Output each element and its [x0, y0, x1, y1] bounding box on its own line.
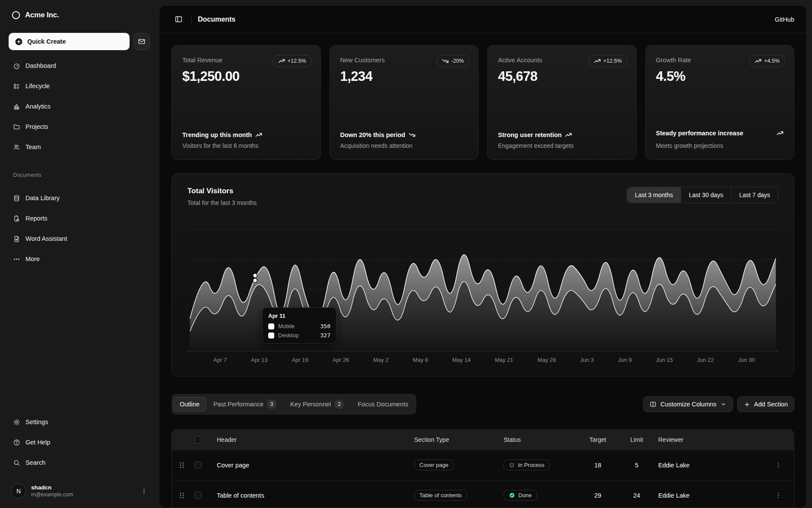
trending-up-icon: [278, 58, 285, 64]
divider: [191, 15, 192, 24]
section-type-badge: Table of contents: [414, 490, 467, 501]
x-tick: Jun 9: [618, 357, 632, 363]
tab-focus-documents[interactable]: Focus Documents: [351, 397, 415, 412]
search-icon: [13, 459, 20, 466]
tab-key-personnel[interactable]: Key Personnel2: [284, 396, 350, 413]
drag-handle-icon[interactable]: [179, 492, 185, 499]
x-tick: Apr 19: [292, 357, 308, 363]
hover-dot-desktop: [253, 278, 257, 283]
row-actions-button[interactable]: [775, 492, 782, 499]
x-tick: May 28: [537, 357, 556, 363]
stat-footer-subtitle: Meets growth projections: [656, 142, 784, 149]
sidebar-item-label: Reports: [25, 215, 48, 222]
user-menu-dots-button[interactable]: [140, 488, 148, 495]
sidebar-item-label: Word Assistant: [25, 235, 67, 242]
sidebar-item-analytics[interactable]: Analytics: [9, 98, 150, 115]
quick-create-button[interactable]: Quick Create: [9, 33, 130, 50]
sidebar-documents-nav: Data Library Reports Word Assistant More: [9, 189, 150, 271]
cell-reviewer[interactable]: Eddie Lake: [658, 492, 775, 499]
status-badge: Done: [504, 490, 537, 501]
stat-footer-subtitle: Engagement exceed targets: [498, 142, 626, 149]
series-value: 350: [320, 323, 330, 329]
cell-header[interactable]: Table of contents: [217, 492, 414, 499]
plus-circle-icon: [15, 38, 23, 46]
sidebar-item-label: Settings: [25, 419, 48, 425]
tabs: OutlinePast Performance3Key Personnel2Fo…: [171, 394, 416, 415]
org-switcher[interactable]: Acme Inc.: [9, 9, 150, 21]
cell-target[interactable]: 18: [580, 462, 615, 469]
main-panel: Documents GitHub Total Revenue +12.5% $1…: [159, 5, 807, 508]
sidebar-item-settings[interactable]: Settings: [9, 413, 150, 431]
github-link[interactable]: GitHub: [775, 16, 794, 23]
cell-header[interactable]: Cover page: [217, 462, 414, 469]
col-header: Header: [217, 436, 414, 443]
range-last-7-days[interactable]: Last 7 days: [731, 187, 778, 203]
cell-limit[interactable]: 24: [615, 492, 658, 499]
x-tick: Jun 30: [738, 357, 755, 363]
x-tick: Jun 22: [697, 357, 714, 363]
x-tick: May 8: [413, 357, 428, 363]
inbox-button[interactable]: [133, 33, 150, 50]
stat-card-total-revenue: Total Revenue +12.5% $1,250.00 Trending …: [171, 45, 321, 160]
series-swatch: [268, 323, 274, 329]
cell-target[interactable]: 29: [580, 492, 615, 499]
sidebar-item-dashboard[interactable]: Dashboard: [9, 57, 150, 74]
trend-badge: +4.5%: [749, 55, 785, 67]
columns-icon: [650, 401, 657, 408]
user-email: m@example.com: [31, 492, 135, 498]
customize-columns-button[interactable]: Customize Columns: [643, 396, 733, 412]
sidebar-main-nav: Dashboard Lifecycle Analytics Projects T…: [9, 57, 150, 159]
stat-cards: Total Revenue +12.5% $1,250.00 Trending …: [171, 45, 794, 160]
stat-footer-title: Strong user retention: [498, 131, 626, 138]
sidebar-item-reports[interactable]: Reports: [9, 210, 150, 227]
folder-icon: [13, 123, 20, 131]
cell-limit[interactable]: 5: [615, 462, 658, 469]
file-word-icon: [13, 235, 20, 243]
row-checkbox[interactable]: [194, 492, 202, 499]
tooltip-date: Apr 11: [268, 313, 330, 319]
table-row: Table of contents Table of contents Done…: [172, 480, 794, 508]
section-type-badge: Cover page: [414, 460, 454, 470]
check-circle-icon: [509, 492, 515, 498]
plus-icon: [744, 401, 750, 408]
org-name: Acme Inc.: [25, 11, 59, 19]
dots-icon: [13, 256, 20, 263]
area-chart[interactable]: Apr 7Apr 13Apr 19Apr 26May 2May 8May 14M…: [187, 229, 778, 363]
drag-handle-icon[interactable]: [179, 462, 185, 469]
x-tick: Jun 15: [656, 357, 673, 363]
sidebar-item-projects[interactable]: Projects: [9, 118, 150, 135]
cell-reviewer[interactable]: Eddie Lake: [658, 462, 775, 469]
trend-badge: +12.5%: [588, 55, 628, 67]
col-reviewer: Reviewer: [658, 436, 775, 443]
hover-dot-mobile: [253, 273, 257, 278]
sidebar-item-get-help[interactable]: Get Help: [9, 434, 150, 451]
tooltip-row: Mobile 350: [268, 323, 330, 329]
sidebar-item-more[interactable]: More: [9, 250, 150, 268]
row-actions-button[interactable]: [775, 462, 782, 469]
tab-outline[interactable]: Outline: [173, 397, 206, 412]
sidebar-toggle-button[interactable]: [171, 13, 185, 26]
col-section-type: Section Type: [414, 436, 504, 443]
sidebar-item-data-library[interactable]: Data Library: [9, 189, 150, 207]
row-checkbox[interactable]: [194, 461, 202, 469]
sidebar-item-lifecycle[interactable]: Lifecycle: [9, 77, 150, 95]
select-all-checkbox[interactable]: [194, 436, 202, 444]
x-tick: Apr 26: [333, 357, 349, 363]
add-section-button[interactable]: Add Section: [737, 396, 794, 412]
tab-past-performance[interactable]: Past Performance3: [207, 396, 283, 413]
range-last-3-months[interactable]: Last 3 months: [627, 187, 681, 203]
chart-tooltip: Apr 11 Mobile 350 Desktop 327: [262, 307, 336, 344]
trending-up-icon: [565, 131, 572, 138]
sidebar-item-label: More: [25, 256, 40, 262]
stat-value: 45,678: [498, 69, 626, 84]
series-swatch: [268, 332, 274, 339]
sidebar-item-label: Dashboard: [25, 62, 56, 69]
sidebar-item-word-assistant[interactable]: Word Assistant: [9, 230, 150, 247]
range-last-30-days[interactable]: Last 30 days: [681, 187, 731, 203]
user-menu[interactable]: N shadcn m@example.com: [9, 482, 150, 500]
document-tabs-row: OutlinePast Performance3Key Personnel2Fo…: [171, 394, 794, 415]
database-icon: [13, 195, 20, 202]
sidebar-item-search[interactable]: Search: [9, 454, 150, 471]
stat-value: $1,250.00: [182, 69, 310, 84]
sidebar-item-team[interactable]: Team: [9, 138, 150, 156]
